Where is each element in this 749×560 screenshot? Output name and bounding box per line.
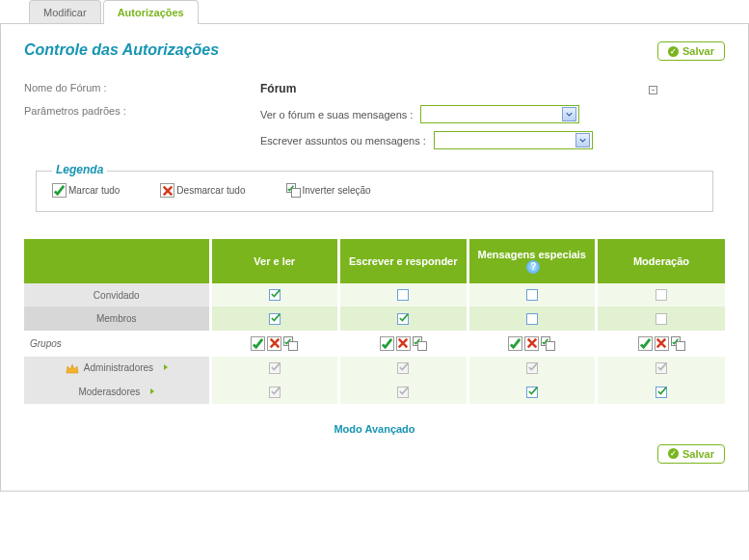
param-write-select[interactable] <box>434 131 593 149</box>
row-membros-label: Membros <box>24 307 210 330</box>
row-convidado-label: Convidado <box>24 283 210 307</box>
header-blank <box>24 239 210 283</box>
checkbox-disabled <box>397 387 409 398</box>
bulk-uncheck-icon[interactable] <box>524 336 539 351</box>
save-button-top[interactable]: ✓ Salvar <box>657 41 725 61</box>
checkbox-disabled <box>269 387 281 398</box>
save-button-bottom[interactable]: ✓ Salvar <box>657 444 725 464</box>
bulk-check-icon[interactable] <box>251 336 265 351</box>
checkbox[interactable] <box>655 289 667 301</box>
expand-arrow-icon[interactable] <box>148 387 154 392</box>
tab-modificar[interactable]: Modificar <box>29 0 101 24</box>
expand-arrow-icon[interactable] <box>162 362 168 368</box>
param-view-select[interactable] <box>420 105 579 123</box>
bulk-check-icon[interactable] <box>638 336 653 351</box>
check-circle-icon: ✓ <box>668 448 679 459</box>
checkbox[interactable] <box>526 387 538 398</box>
legend-check-all[interactable]: Marcar tudo <box>52 183 120 198</box>
forum-name-label: Nome do Fórum : <box>24 82 260 95</box>
header-moderation: Moderação <box>597 239 726 283</box>
legend-invert[interactable]: Inverter seleção <box>286 183 371 198</box>
legend-box: Legenda Marcar tudo Desmarcar tudo <box>36 171 713 212</box>
bulk-invert-icon[interactable] <box>283 336 298 351</box>
row-grupos-label: Grupos <box>24 331 210 357</box>
checkbox-disabled <box>269 362 281 374</box>
header-write: Escrever e responder <box>339 239 468 283</box>
advanced-mode-link[interactable]: Modo Avançado <box>24 423 725 435</box>
bulk-invert-icon[interactable] <box>541 336 555 351</box>
checkbox[interactable] <box>397 313 409 325</box>
bulk-uncheck-icon[interactable] <box>396 336 411 351</box>
save-label: Salvar <box>682 448 714 460</box>
crown-icon <box>66 362 79 374</box>
row-mods-label: Moderasdores <box>24 380 210 403</box>
save-label: Salvar <box>682 45 714 57</box>
checkbox[interactable] <box>397 289 409 301</box>
checkbox[interactable] <box>526 289 538 301</box>
legend-uncheck-all[interactable]: Desmarcar tudo <box>160 183 245 198</box>
bulk-uncheck-icon[interactable] <box>655 336 669 351</box>
check-circle-icon: ✓ <box>668 46 679 57</box>
bulk-invert-icon[interactable] <box>413 336 427 351</box>
forum-name-value: Fórum <box>260 82 296 95</box>
header-special: Mensagens especiais ? <box>468 239 597 283</box>
checkbox-disabled <box>397 362 409 374</box>
checkbox-disabled <box>526 362 538 374</box>
checkbox[interactable] <box>269 313 281 325</box>
dropdown-arrow-icon <box>575 133 590 147</box>
checkbox[interactable] <box>655 313 667 325</box>
checkbox[interactable] <box>269 289 281 301</box>
param-write-label: Escrever assuntos ou mensagens : <box>260 135 426 147</box>
permissions-table: Ver e ler Escrever e responder Mensagens… <box>24 239 725 404</box>
bulk-invert-icon[interactable] <box>671 336 685 351</box>
bulk-check-icon[interactable] <box>380 336 394 351</box>
bulk-check-icon[interactable] <box>508 336 522 351</box>
param-view-label: Ver o fórum e suas mensagens : <box>260 109 413 120</box>
legend-title: Legenda <box>52 163 107 176</box>
page-title: Controle das Autorizações <box>24 41 725 59</box>
invert-icon <box>286 183 301 198</box>
checkbox[interactable] <box>526 313 538 325</box>
check-all-icon <box>52 183 67 198</box>
header-view: Ver e ler <box>210 239 339 283</box>
bulk-uncheck-icon[interactable] <box>267 336 281 351</box>
dropdown-arrow-icon <box>562 107 576 121</box>
uncheck-all-icon <box>160 183 174 198</box>
checkbox-disabled <box>655 362 667 374</box>
row-admins-label: Administradores <box>24 357 210 380</box>
tab-autorizacoes[interactable]: Autorizações <box>103 0 199 24</box>
default-params-label: Parâmetros padrões : <box>24 105 260 157</box>
checkbox[interactable] <box>655 387 667 398</box>
help-icon[interactable]: ? <box>526 260 540 274</box>
collapse-toggle-icon[interactable]: - <box>649 86 657 94</box>
